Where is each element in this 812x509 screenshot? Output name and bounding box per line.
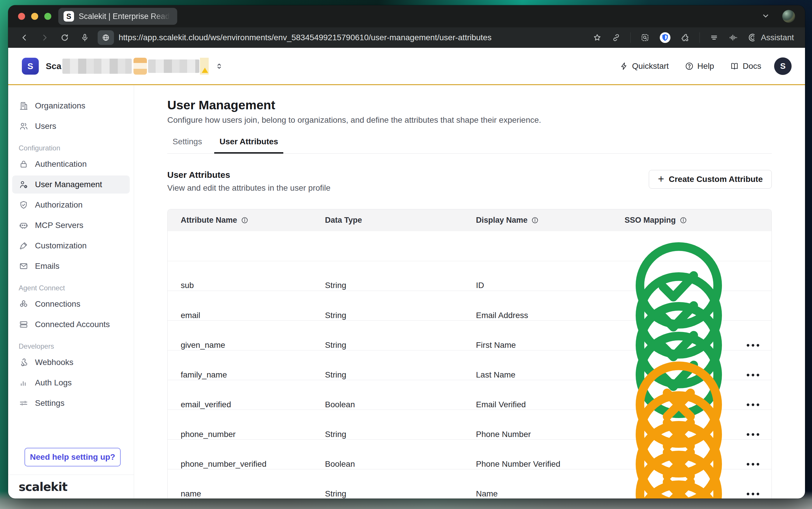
browser-profile-avatar[interactable] bbox=[782, 10, 795, 23]
workspace-name-redacted bbox=[62, 59, 132, 74]
user-avatar[interactable]: S bbox=[774, 58, 791, 75]
data-type-cell: String bbox=[325, 311, 476, 320]
display-name-cell: Last Name bbox=[476, 370, 625, 380]
table-body: subStringIDemailStringEmail Addressgiven… bbox=[168, 231, 772, 499]
display-name-cell: ID bbox=[476, 281, 625, 290]
copy-link-icon[interactable] bbox=[611, 33, 621, 42]
attribute-name-cell: family_name bbox=[181, 370, 325, 380]
workspace-name: Sca bbox=[46, 61, 61, 71]
sidebar-item-label: Webhooks bbox=[35, 358, 73, 367]
info-icon[interactable] bbox=[241, 216, 249, 224]
tab-search-chevron-icon[interactable] bbox=[761, 11, 771, 22]
close-window-button[interactable] bbox=[18, 13, 25, 20]
info-icon[interactable] bbox=[679, 216, 687, 224]
sidebar-item-organizations[interactable]: Organizations bbox=[12, 97, 130, 115]
book-icon bbox=[730, 62, 739, 71]
sidebar-item-label: Customization bbox=[35, 241, 86, 250]
forward-button[interactable] bbox=[40, 33, 49, 42]
row-menu-button[interactable] bbox=[746, 430, 760, 439]
reading-list-icon[interactable] bbox=[709, 33, 719, 42]
assistant-label: Assistant bbox=[761, 33, 794, 42]
workspace-switcher-icon[interactable] bbox=[214, 62, 224, 71]
browser-tab-strip: S Scalekit | Enterprise Ready A bbox=[8, 5, 805, 27]
sidebar-item-label: MCP Servers bbox=[35, 221, 83, 230]
sidebar-item-authorization[interactable]: Authorization bbox=[12, 196, 130, 214]
data-type-cell: String bbox=[325, 489, 476, 499]
address-bar[interactable]: https://app.scalekit.cloud/ws/environmen… bbox=[119, 33, 587, 42]
create-custom-attribute-button[interactable]: + Create Custom Attribute bbox=[649, 170, 772, 189]
tab-settings[interactable]: Settings bbox=[167, 137, 207, 154]
toolbar-divider bbox=[700, 32, 700, 43]
sidebar-item-emails[interactable]: Emails bbox=[12, 257, 130, 275]
column-header-display-name: Display Name bbox=[476, 216, 625, 225]
column-header-attribute-name: Attribute Name bbox=[181, 216, 325, 225]
mail-icon bbox=[19, 261, 29, 271]
assistant-button[interactable]: Assistant bbox=[747, 33, 794, 42]
sidebar-item-label: Connections bbox=[35, 299, 80, 309]
row-menu-button[interactable] bbox=[746, 401, 760, 409]
browser-tab[interactable]: S Scalekit | Enterprise Ready A bbox=[58, 8, 177, 25]
environment-warning-redacted bbox=[200, 58, 209, 75]
minimize-window-button[interactable] bbox=[31, 13, 38, 20]
table-header: Attribute NameData TypeDisplay NameSSO M… bbox=[168, 209, 772, 231]
row-menu-button[interactable] bbox=[746, 460, 760, 469]
section-subtitle: View and edit the attributes in the user… bbox=[167, 183, 330, 193]
voice-waveform-icon[interactable] bbox=[728, 33, 738, 42]
quickstart-button[interactable]: Quickstart bbox=[619, 62, 669, 71]
row-menu-button[interactable] bbox=[746, 490, 760, 498]
sidebar-item-auth-logs[interactable]: Auth Logs bbox=[12, 374, 130, 392]
sidebar-item-authentication[interactable]: Authentication bbox=[12, 155, 130, 173]
attribute-name-cell: given_name bbox=[181, 340, 325, 350]
warning-triangle-icon bbox=[202, 68, 208, 73]
sidebar-item-mcp-servers[interactable]: MCP Servers bbox=[12, 216, 130, 234]
sidebar-item-label: Connected Accounts bbox=[35, 320, 110, 329]
sidebar-item-customization[interactable]: Customization bbox=[12, 237, 130, 255]
sidebar-item-webhooks[interactable]: Webhooks bbox=[12, 353, 130, 371]
display-name-cell: Name bbox=[476, 489, 625, 499]
display-name-cell: Phone Number Verified bbox=[476, 460, 625, 469]
sidebar-item-connections[interactable]: Connections bbox=[12, 295, 130, 313]
docs-button[interactable]: Docs bbox=[730, 62, 761, 71]
attribute-name-cell: name bbox=[181, 489, 325, 499]
info-icon[interactable] bbox=[531, 216, 539, 224]
attribute-name-cell: phone_number_verified bbox=[181, 460, 325, 469]
need-help-button[interactable]: Need help setting up? bbox=[25, 448, 121, 467]
sidebar-footer: scalekit bbox=[8, 475, 134, 499]
attributes-table: Attribute NameData TypeDisplay NameSSO M… bbox=[167, 209, 772, 499]
sidebar-item-connected-accounts[interactable]: Connected Accounts bbox=[12, 315, 130, 334]
data-type-cell: Boolean bbox=[325, 460, 476, 469]
tab-user-attributes[interactable]: User Attributes bbox=[214, 137, 283, 154]
sidebar-item-settings[interactable]: Settings bbox=[12, 394, 130, 412]
data-type-cell: String bbox=[325, 370, 476, 380]
extensions-puzzle-icon[interactable] bbox=[680, 33, 690, 42]
sso-unmapped-x-icon bbox=[625, 469, 733, 499]
sidebar-nav: OrganizationsUsersConfigurationAuthentic… bbox=[12, 97, 130, 412]
row-menu-button[interactable] bbox=[746, 341, 760, 349]
sidebar-item-user-management[interactable]: User Management bbox=[12, 175, 130, 194]
search-in-page-icon[interactable] bbox=[640, 33, 650, 42]
row-menu-button[interactable] bbox=[746, 371, 760, 379]
password-manager-extension-icon[interactable] bbox=[659, 32, 671, 43]
back-button[interactable] bbox=[20, 33, 29, 42]
column-header-sso-mapping: SSO Mapping bbox=[625, 216, 733, 225]
sidebar-item-label: Authentication bbox=[35, 160, 86, 169]
site-info-badge[interactable] bbox=[98, 30, 114, 45]
attribute-name-cell: email_verified bbox=[181, 400, 325, 409]
plus-icon: + bbox=[658, 174, 664, 184]
sidebar-item-label: Authorization bbox=[35, 200, 82, 210]
sidebar-item-label: User Management bbox=[35, 180, 102, 189]
help-button[interactable]: Help bbox=[685, 62, 714, 71]
user-gear-icon bbox=[19, 179, 29, 190]
zoom-window-button[interactable] bbox=[44, 13, 51, 20]
microphone-icon[interactable] bbox=[80, 33, 90, 42]
reload-button[interactable] bbox=[60, 33, 69, 42]
sidebar-item-users[interactable]: Users bbox=[12, 117, 130, 135]
page-description: Configure how users join, belong to orga… bbox=[167, 115, 772, 125]
stack-icon bbox=[19, 319, 29, 330]
data-type-cell: Boolean bbox=[325, 400, 476, 409]
building-icon bbox=[19, 101, 29, 111]
bookmark-star-icon[interactable] bbox=[593, 33, 602, 42]
tab-bar: SettingsUser Attributes bbox=[167, 137, 772, 154]
assistant-icon bbox=[747, 33, 757, 42]
data-type-cell: String bbox=[325, 430, 476, 439]
